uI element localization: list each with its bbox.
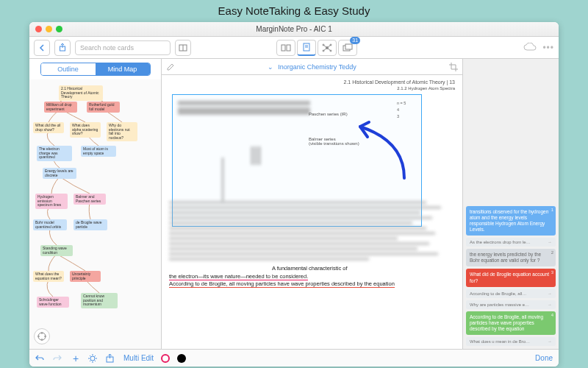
- tab-outline[interactable]: Outline: [41, 63, 96, 75]
- mindmap-node[interactable]: Energy levels are discrete: [43, 168, 76, 179]
- search-placeholder: Search note cards: [80, 44, 134, 52]
- more-menu-icon[interactable]: •••: [542, 43, 554, 53]
- export-button[interactable]: [106, 354, 116, 363]
- arrow-right-icon: →: [548, 291, 552, 296]
- mindmap-node[interactable]: Why do electrons not fall into nucleus?: [107, 122, 137, 141]
- arrow-right-icon: →: [548, 240, 552, 244]
- edit-icon[interactable]: [166, 63, 175, 71]
- promo-banner: Easy NoteTaking & Easy Study: [0, 0, 588, 22]
- note-sub-item[interactable]: According to de Broglie, all…→: [466, 289, 556, 298]
- n-level-labels: n = 5 4 3: [397, 100, 406, 119]
- diagram-labels: Paschen series (IR) Balmer series (visib…: [309, 112, 359, 146]
- cloud-sync-icon[interactable]: [523, 43, 537, 53]
- mindmap-node[interactable]: Hydrogen emission spectrum lines: [35, 194, 68, 209]
- mindmap-node[interactable]: Balmer and Paschen series: [74, 194, 106, 205]
- done-button[interactable]: Done: [535, 354, 553, 362]
- diagram-blurred: [178, 99, 325, 202]
- arrow-right-icon: →: [548, 339, 552, 344]
- highlighted-line-1[interactable]: the electron—its wave nature—needed to b…: [169, 273, 308, 280]
- traffic-lights: [35, 26, 62, 32]
- svg-rect-14: [345, 44, 352, 49]
- app-window: MarginNote Pro - AIC 1 Search note cards: [29, 22, 559, 367]
- note-sub-item[interactable]: As the electrons drop from le…→: [466, 238, 556, 247]
- highlighted-line-2[interactable]: According to de Broglie, all moving part…: [169, 280, 395, 288]
- mindmap-node[interactable]: What does the equation mean?: [33, 271, 64, 282]
- main-content: Outline Mind Map: [29, 59, 559, 349]
- view-mode-group: 31: [276, 40, 357, 56]
- add-button[interactable]: +: [71, 353, 81, 364]
- blurred-paragraph: [169, 201, 455, 261]
- mindmap-node[interactable]: Cannot know position and momentum: [81, 293, 118, 308]
- window-title: MarginNote Pro - AIC 1: [29, 22, 559, 37]
- color-black-button[interactable]: [177, 354, 186, 363]
- flashcard-count-badge: 31: [350, 37, 360, 44]
- crop-icon[interactable]: [449, 63, 458, 71]
- card-index: 2: [551, 250, 553, 256]
- right-toolbar-group: •••: [523, 43, 554, 53]
- mode-book-button[interactable]: [276, 40, 295, 56]
- notes-panel: transitions observed for the hydrogen at…: [463, 59, 559, 349]
- note-card[interactable]: What did de Broglie equation account for…: [466, 269, 556, 286]
- svg-point-20: [90, 356, 95, 361]
- multi-edit-button[interactable]: Multi Edit: [123, 354, 154, 362]
- mode-flashcards-button[interactable]: 31: [338, 40, 357, 56]
- recenter-button[interactable]: [34, 328, 50, 344]
- left-sidebar: Outline Mind Map: [29, 59, 162, 349]
- document-title[interactable]: Inorganic Chemistry Teddy: [278, 63, 356, 71]
- window-titlebar: MarginNote Pro - AIC 1: [29, 22, 559, 37]
- close-window-button[interactable]: [35, 26, 42, 32]
- mindmap-node[interactable]: Uncertainty principle: [70, 271, 101, 282]
- search-input[interactable]: Search note cards: [75, 40, 171, 55]
- svg-rect-3: [282, 45, 285, 51]
- mindmap-node[interactable]: Millikan oil drop experiment: [44, 102, 77, 113]
- note-card[interactable]: transitions observed for the hydrogen at…: [466, 206, 556, 236]
- page-subsection: 2.1.2 Hydrogen Atom Spectra: [169, 86, 455, 91]
- page-section-line: 2.1 Historical Development of Atomic The…: [169, 79, 455, 85]
- share-button[interactable]: [54, 40, 71, 56]
- maximize-window-button[interactable]: [56, 26, 62, 32]
- card-index: 4: [551, 313, 553, 319]
- redo-button[interactable]: [53, 354, 63, 362]
- mindmap-node[interactable]: Bohr model quantized orbits: [33, 219, 67, 230]
- mindmap-node[interactable]: What did the oil drop show?: [33, 122, 64, 133]
- label-balmer-sub: (visible transitions shown): [309, 141, 359, 146]
- label-paschen: Paschen series (IR): [309, 112, 359, 116]
- sidebar-tab-switch: Outline Mind Map: [40, 63, 151, 76]
- color-pink-button[interactable]: [161, 354, 170, 363]
- bottom-toolbar: + Multi Edit Done: [29, 349, 559, 367]
- mindmap-node[interactable]: Most of atom is empty space: [81, 146, 116, 157]
- chevron-down-icon[interactable]: ⌄: [268, 63, 273, 71]
- mindmap-node[interactable]: Standing wave condition: [40, 245, 73, 256]
- mindmap-node[interactable]: de Broglie wave particle: [74, 219, 107, 230]
- visible-paragraph: A fundamental characteristic of the elec…: [169, 265, 455, 289]
- back-button[interactable]: [34, 40, 50, 56]
- card-index: 1: [551, 208, 553, 213]
- mode-mindmap-button[interactable]: [318, 40, 337, 56]
- card-index: 3: [551, 270, 553, 276]
- settings-button[interactable]: [88, 354, 98, 363]
- document-pane: ⌄ Inorganic Chemistry Teddy 2.1 Historic…: [162, 59, 463, 349]
- mindmap-node[interactable]: 2.1 Historical Development of Atomic The…: [59, 85, 103, 101]
- mindmap-canvas[interactable]: 2.1 Historical Development of Atomic The…: [29, 79, 161, 349]
- book-view-button[interactable]: [175, 40, 191, 56]
- tab-mindmap[interactable]: Mind Map: [96, 63, 150, 75]
- mindmap-node[interactable]: What does alpha scattering show?: [70, 122, 101, 138]
- document-page[interactable]: 2.1 Historical Development of Atomic The…: [162, 75, 462, 349]
- undo-button[interactable]: [35, 354, 46, 362]
- mindmap-node[interactable]: Rutherford gold foil model: [87, 102, 120, 113]
- mindmap-node[interactable]: The electron charge was quantized: [37, 146, 72, 161]
- document-header: ⌄ Inorganic Chemistry Teddy: [162, 59, 462, 75]
- note-card[interactable]: According to de Broglie, all moving part…: [466, 311, 556, 335]
- note-sub-item[interactable]: What does u mean in de Bro…→: [466, 337, 556, 346]
- note-card[interactable]: the energy levels predicted by the Bohr …: [466, 249, 556, 266]
- mindmap-node[interactable]: Schrödinger wave function: [37, 297, 69, 308]
- svg-rect-4: [287, 45, 290, 51]
- top-toolbar: Search note cards 31 •••: [29, 37, 559, 59]
- note-sub-item[interactable]: Why are particles massive e…→: [466, 300, 556, 309]
- mode-document-button[interactable]: [297, 40, 316, 56]
- minimize-window-button[interactable]: [46, 26, 52, 32]
- arrow-right-icon: →: [548, 302, 552, 307]
